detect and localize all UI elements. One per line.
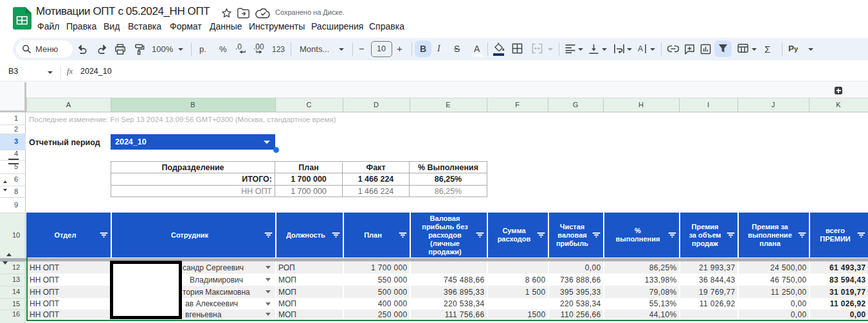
svg-text:A: A (638, 44, 643, 53)
